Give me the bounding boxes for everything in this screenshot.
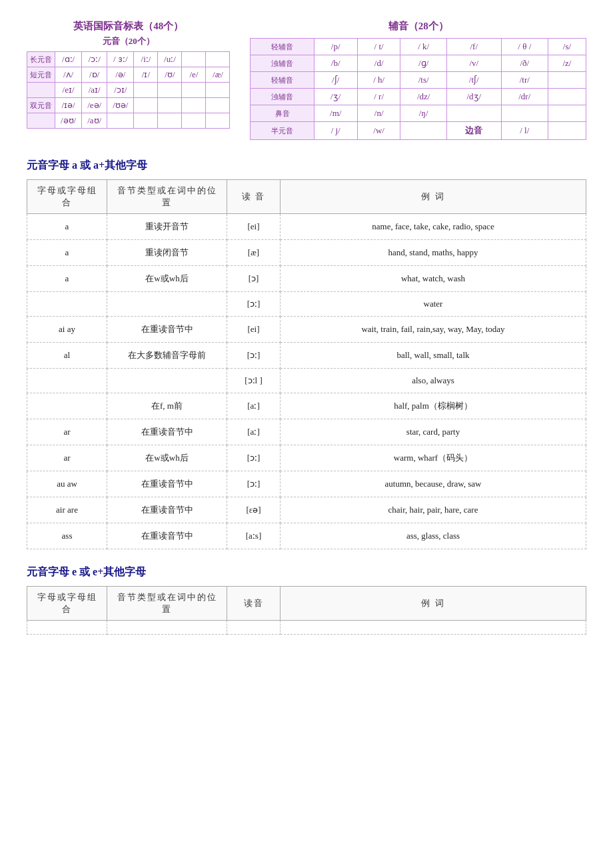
vowel-cell	[206, 98, 230, 113]
type-cell	[107, 292, 227, 317]
vowel-cell	[134, 83, 158, 98]
vowel-cell: /eɪ/	[55, 83, 82, 98]
cons-label: 轻辅音	[251, 72, 314, 89]
table-row: a 在w或wh后 [ɔ] what, watch, wash	[27, 266, 586, 292]
example-cell: star, card, party	[281, 419, 586, 445]
cons-cell-empty	[400, 122, 446, 140]
example-cell: ass, glass, class	[281, 523, 586, 549]
sound-cell: [ɔːl ]	[227, 369, 281, 393]
header-example: 例 词	[281, 180, 586, 214]
cons-cell: / r/	[357, 89, 400, 105]
table-row: a 重读开音节 [ei] name, face, take, cake, rad…	[27, 214, 586, 240]
char-cell: ai ay	[27, 317, 107, 343]
sound-cell: [ei]	[227, 214, 281, 240]
table-row: 在f, m前 [aː] half, palm（棕榈树）	[27, 393, 586, 419]
cons-label: 鼻音	[251, 105, 314, 122]
consonant-chart-title: 辅音（28个）	[250, 20, 586, 33]
type-cell: 在w或wh后	[107, 445, 227, 471]
section-e-header-row: 字母或字母组合 音节类型或在词中的位置 读音 例 词	[27, 587, 586, 621]
type-cell: 在重读音节中	[107, 523, 227, 549]
vowel-cell: /æ/	[206, 67, 230, 83]
example-cell: water	[281, 292, 586, 317]
vowel-cell: /ɒ/	[82, 67, 107, 83]
cons-cell: /s/	[548, 39, 586, 55]
vowel-cell	[134, 98, 158, 113]
type-cell: 在重读音节中	[107, 471, 227, 497]
cons-cell-label: 边音	[446, 122, 501, 140]
type-cell: 在大多数辅音字母前	[107, 343, 227, 369]
e-char	[27, 621, 107, 635]
type-cell: 在重读音节中	[107, 317, 227, 343]
type-cell: 重读开音节	[107, 214, 227, 240]
cons-cell-empty	[501, 105, 548, 122]
cons-row-4: 浊辅音 /ʒ/ / r/ /dz/ /dʒ/ /dr/	[251, 89, 586, 105]
vowel-cell: / ɜː/	[107, 52, 134, 67]
vowel-chart-title: 英语国际音标表（48个）	[27, 20, 230, 33]
vowel-cell	[206, 52, 230, 67]
vowel-cell: /aʊ/	[82, 113, 107, 129]
cons-label: 轻辅音	[251, 39, 314, 55]
sound-cell: [εə]	[227, 497, 281, 523]
cons-row-5: 鼻音 /m/ /n/ /ŋ/	[251, 105, 586, 122]
cons-cell: /tr/	[501, 72, 548, 89]
section-a-header-row: 字母或字母组合 音节类型或在词中的位置 读 音 例 词	[27, 180, 586, 214]
type-cell: 在重读音节中	[107, 419, 227, 445]
vowel-cell: /ɪə/	[55, 98, 82, 113]
cons-cell-empty	[548, 105, 586, 122]
e-type	[107, 621, 227, 635]
char-cell: a	[27, 240, 107, 266]
char-cell: ar	[27, 419, 107, 445]
section-e-table: 字母或字母组合 音节类型或在词中的位置 读音 例 词	[27, 586, 586, 635]
vowel-label-diphthong-2: 双元音	[27, 98, 55, 113]
type-cell: 重读闭音节	[107, 240, 227, 266]
sound-cell: [aːs]	[227, 523, 281, 549]
sound-cell: [ɔː]	[227, 292, 281, 317]
table-row: [ɔː] water	[27, 292, 586, 317]
vowel-cell: /ɔɪ/	[107, 83, 134, 98]
header-type: 音节类型或在词中的位置	[107, 587, 227, 621]
example-cell: chair, hair, pair, hare, care	[281, 497, 586, 523]
table-row: al 在大多数辅音字母前 [ɔː] ball, wall, small, tal…	[27, 343, 586, 369]
section-e-heading: 元音字母 e 或 e+其他字母	[27, 565, 586, 579]
char-cell: au aw	[27, 471, 107, 497]
cons-cell-empty	[548, 89, 586, 105]
vowel-cell: /ə/	[107, 67, 134, 83]
vowel-chart-subtitle: 元音（20个）	[27, 35, 230, 47]
vowel-cell: /e/	[182, 67, 206, 83]
vowel-chart: 英语国际音标表（48个） 元音（20个） 长元音 /ɑː/ /ɔː/ / ɜː/…	[27, 20, 230, 140]
vowel-row-5: /əʊ/ /aʊ/	[27, 113, 230, 129]
example-cell: hand, stand, maths, happy	[281, 240, 586, 266]
vowel-cell	[158, 98, 182, 113]
cons-label: 浊辅音	[251, 89, 314, 105]
cons-cell: /b/	[314, 55, 357, 72]
vowel-cell	[107, 113, 134, 129]
vowel-cell	[182, 52, 206, 67]
cons-cell-empty	[548, 122, 586, 140]
vowel-cell: /iː/	[134, 52, 158, 67]
vowel-row-4: 双元音 /ɪə/ /eə/ /ʊə/	[27, 98, 230, 113]
e-sound	[227, 621, 281, 635]
header-example: 例 词	[281, 587, 586, 621]
vowel-cell	[158, 113, 182, 129]
vowel-cell	[182, 83, 206, 98]
section-e-empty-row	[27, 621, 586, 635]
table-row: ass 在重读音节中 [aːs] ass, glass, class	[27, 523, 586, 549]
example-cell: ball, wall, small, talk	[281, 343, 586, 369]
vowel-cell	[206, 83, 230, 98]
cons-cell: /ɡ/	[400, 55, 446, 72]
vowel-cell: /ɔː/	[82, 52, 107, 67]
vowel-cell: /ʊ/	[158, 67, 182, 83]
vowel-cell: /uː/	[158, 52, 182, 67]
vowel-cell: /ɪ/	[134, 67, 158, 83]
table-row: ar 在重读音节中 [aː] star, card, party	[27, 419, 586, 445]
vowel-table: 长元音 /ɑː/ /ɔː/ / ɜː/ /iː/ /uː/ 短元音 /ʌ/ /ɒ…	[27, 51, 230, 129]
cons-cell: /ts/	[400, 72, 446, 89]
table-row: [ɔːl ] also, always	[27, 369, 586, 393]
consonant-table: 轻辅音 /p/ / t/ / k/ /f/ / θ / /s/ 浊辅音 /b/ …	[250, 38, 586, 140]
cons-cell: / k/	[400, 39, 446, 55]
cons-cell: /p/	[314, 39, 357, 55]
table-row: air are 在重读音节中 [εə] chair, hair, pair, h…	[27, 497, 586, 523]
table-row: au aw 在重读音节中 [ɔː] autumn, because, draw,…	[27, 471, 586, 497]
example-cell: autumn, because, draw, saw	[281, 471, 586, 497]
char-cell: ass	[27, 523, 107, 549]
